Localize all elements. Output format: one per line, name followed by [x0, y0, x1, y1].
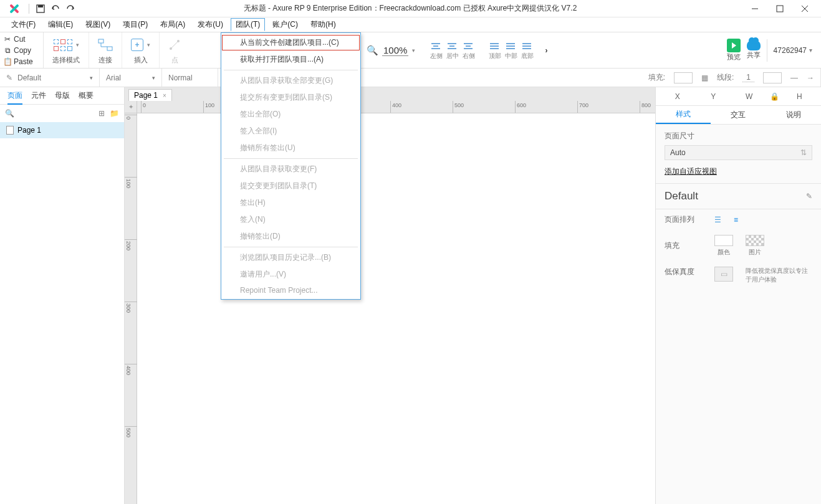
paste-button[interactable]: 📋Paste: [4, 56, 43, 67]
share-button[interactable]: 共享: [747, 40, 761, 60]
svg-rect-3: [777, 6, 783, 12]
page-size-select[interactable]: Auto⇅: [665, 145, 812, 160]
align-center-icon[interactable]: ≡: [734, 216, 738, 224]
menu-item-2[interactable]: 视图(V): [80, 18, 115, 31]
add-adaptive-view-link[interactable]: 添加自适应视图: [665, 166, 717, 177]
connect-label: 连接: [98, 55, 112, 65]
account-button[interactable]: 47262947▾: [774, 46, 812, 55]
left-tab-1[interactable]: 元件: [31, 90, 46, 101]
arrow-icon[interactable]: →: [807, 74, 814, 82]
search-icon[interactable]: 🔍: [5, 109, 14, 118]
add-page-icon[interactable]: ⊞: [98, 109, 105, 118]
select-mode-group[interactable]: ▾ 选择模式: [44, 32, 89, 68]
align-middle-button[interactable]: 中部: [505, 40, 517, 60]
copy-icon: ⧉: [4, 47, 11, 54]
edit-style-icon[interactable]: ✎: [806, 192, 812, 201]
folder-icon[interactable]: 📁: [110, 109, 119, 118]
page-icon: [6, 126, 14, 135]
position-header: X Y W 🔒 H: [656, 87, 821, 106]
select-mode-label: 选择模式: [52, 55, 80, 65]
insert-label: 插入: [134, 55, 148, 65]
left-tab-0[interactable]: 页面: [7, 90, 22, 105]
app-logo-icon: [9, 3, 20, 14]
close-button[interactable]: [792, 1, 817, 16]
close-tab-icon[interactable]: ×: [163, 92, 166, 99]
point-group[interactable]: 点: [160, 32, 190, 68]
lowfi-label: 低保真度: [665, 267, 702, 277]
save-icon[interactable]: [33, 1, 48, 16]
align-right-button[interactable]: 右侧: [463, 40, 475, 60]
dropdown-item-17: Repoint Team Project...: [221, 283, 360, 298]
lowfi-icon[interactable]: ▭: [714, 267, 733, 282]
menu-item-7[interactable]: 账户(C): [267, 18, 303, 31]
svg-rect-7: [107, 47, 112, 50]
fill-image-icon[interactable]: ▦: [701, 74, 708, 82]
ruler-horizontal: 01002003004005006007008009001000: [137, 101, 655, 113]
dropdown-item-10: 提交变更到团队目录(T): [221, 178, 360, 194]
dropdown-item-9: 从团队目录获取变更(F): [221, 161, 360, 178]
line-style-icon[interactable]: —: [790, 74, 798, 82]
menu-item-4[interactable]: 布局(A): [155, 18, 190, 31]
font-selector[interactable]: Arial▾: [100, 69, 162, 87]
fill-color-swatch[interactable]: [714, 235, 733, 246]
insert-group[interactable]: +▾ 插入: [122, 32, 160, 68]
right-tab-0[interactable]: 样式: [656, 106, 711, 124]
menu-item-8[interactable]: 帮助(H): [305, 18, 341, 31]
align-top-icon: [489, 40, 500, 52]
fill-image-swatch[interactable]: [746, 235, 764, 246]
menu-item-0[interactable]: 文件(F): [6, 18, 41, 31]
page-tabs: Page 1×: [125, 87, 655, 101]
formatbar: ✎Default▾ Arial▾ Normal ≡ ≡ ≡ 填充: ▦ 线段: …: [0, 69, 821, 87]
maximize-button[interactable]: [767, 1, 792, 16]
right-panel: X Y W 🔒 H 样式交互说明 页面尺寸 Auto⇅ 添加自适应视图 Defa…: [655, 87, 821, 504]
connect-group[interactable]: 连接: [89, 32, 122, 68]
align-top-button[interactable]: 顶部: [489, 40, 501, 60]
align-left-icon[interactable]: ☰: [714, 216, 721, 224]
menu-item-1[interactable]: 编辑(E): [43, 18, 78, 31]
page-tree-item[interactable]: Page 1: [0, 122, 124, 138]
menu-item-3[interactable]: 项目(P): [118, 18, 153, 31]
align-right-icon: [463, 40, 474, 52]
align-left-icon: [430, 40, 441, 52]
paste-label: Paste: [14, 57, 33, 66]
zoom-control[interactable]: 🔍 100% ▾: [358, 32, 424, 68]
canvas-area: Page 1× ✦ 010020030040050060070080090010…: [125, 87, 655, 504]
undo-icon[interactable]: [48, 1, 63, 16]
redo-icon[interactable]: [63, 1, 78, 16]
toolbar: ✂Cut ⧉Copy 📋Paste ▾ 选择模式 连接 +▾ 插入 点 🔍 10…: [0, 32, 821, 69]
dropdown-item-0[interactable]: 从当前文件创建团队项目...(C): [221, 34, 360, 51]
page-tab[interactable]: Page 1×: [128, 89, 172, 101]
preview-button[interactable]: 预览: [727, 39, 741, 62]
menu-item-6[interactable]: 团队(T): [231, 18, 265, 31]
right-tab-2[interactable]: 说明: [766, 110, 821, 120]
dropdown-item-16: 邀请用户...(V): [221, 266, 360, 283]
lock-icon[interactable]: 🔒: [770, 92, 779, 101]
line-label: 线段:: [717, 72, 734, 83]
fill-swatch[interactable]: [674, 72, 693, 83]
dropdown-item-12: 签入(N): [221, 211, 360, 228]
align-left-button[interactable]: 左侧: [430, 40, 443, 60]
align-bottom-button[interactable]: 底部: [521, 40, 534, 60]
line-width[interactable]: 1: [742, 73, 754, 82]
align-centerh-button[interactable]: 居中: [446, 40, 459, 60]
canvas[interactable]: [137, 113, 655, 504]
style-selector[interactable]: ✎Default▾: [0, 69, 100, 87]
weight-selector[interactable]: Normal: [162, 69, 218, 87]
clipboard-icon: 📋: [4, 58, 11, 65]
magnifier-icon: 🔍: [367, 45, 378, 56]
dropdown-item-11: 签出(H): [221, 194, 360, 211]
fill-label: 填充:: [648, 72, 665, 83]
minimize-button[interactable]: [742, 1, 767, 16]
left-tab-3[interactable]: 概要: [79, 90, 94, 101]
svg-rect-1: [38, 5, 43, 7]
svg-line-10: [171, 41, 178, 49]
right-tab-1[interactable]: 交互: [711, 110, 766, 120]
copy-button[interactable]: ⧉Copy: [4, 45, 43, 55]
line-swatch[interactable]: [763, 72, 782, 83]
dropdown-item-1[interactable]: 获取并打开团队项目...(A): [221, 51, 360, 68]
left-tab-2[interactable]: 母版: [55, 90, 70, 101]
dropdown-item-3: 从团队目录获取全部变更(G): [221, 72, 360, 89]
cut-button[interactable]: ✂Cut: [4, 34, 43, 44]
more-tools-button[interactable]: ›: [540, 46, 552, 55]
menu-item-5[interactable]: 发布(U): [193, 18, 228, 31]
